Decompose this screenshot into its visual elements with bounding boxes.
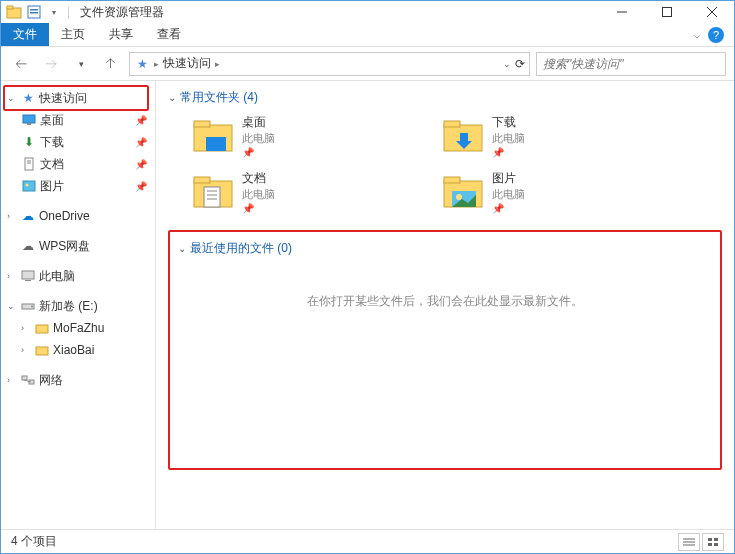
svg-point-19	[31, 306, 33, 308]
folder-name: 桌面	[242, 114, 275, 131]
sidebar-downloads[interactable]: ⬇ 下载 📌	[1, 131, 155, 153]
sidebar-network[interactable]: › 网络	[1, 369, 155, 391]
item-count: 4 个项目	[11, 533, 57, 550]
sidebar-item-label: 图片	[40, 178, 64, 195]
expand-icon[interactable]: ›	[7, 375, 17, 385]
close-button[interactable]	[689, 1, 734, 23]
folder-desktop[interactable]: 桌面 此电脑 📌	[192, 114, 402, 158]
folder-app-icon	[5, 3, 23, 21]
recent-files-header[interactable]: ⌄ 最近使用的文件 (0)	[178, 240, 712, 257]
search-input[interactable]	[543, 57, 719, 71]
tab-view[interactable]: 查看	[145, 23, 193, 46]
desktop-folder-icon	[192, 115, 234, 157]
sidebar-folder-mofazhu[interactable]: › MoFaZhu	[1, 317, 155, 339]
collapse-icon[interactable]: ⌄	[7, 301, 17, 311]
addressbar[interactable]: ★ ▸ 快速访问 ▸ ⌄ ⟳	[129, 52, 530, 76]
sidebar-folder-xiaobai[interactable]: › XiaoBai	[1, 339, 155, 361]
address-dropdown-icon[interactable]: ⌄	[503, 59, 511, 69]
collapse-icon[interactable]: ⌄	[7, 93, 17, 103]
chevron-right-icon[interactable]: ▸	[154, 59, 159, 69]
recent-empty-message: 在你打开某些文件后，我们会在此处显示最新文件。	[178, 293, 712, 310]
tab-home[interactable]: 主页	[49, 23, 97, 46]
svg-rect-9	[23, 115, 35, 123]
desktop-icon	[21, 112, 37, 128]
pc-icon	[20, 268, 36, 284]
search-box[interactable]	[536, 52, 726, 76]
forward-button[interactable]: 🡢	[39, 52, 63, 76]
svg-rect-26	[194, 121, 210, 127]
svg-rect-31	[194, 177, 210, 183]
folder-location: 此电脑	[242, 131, 275, 146]
sidebar-documents[interactable]: 文档 📌	[1, 153, 155, 175]
folder-icon	[34, 342, 50, 358]
sidebar-item-label: 快速访问	[39, 90, 87, 107]
chevron-right-icon[interactable]: ▸	[215, 59, 220, 69]
sidebar: ⌄ ★ 快速访问 桌面 📌 ⬇ 下载 📌 文档 📌 图片 📌 › ☁	[1, 81, 156, 529]
icons-view-button[interactable]	[702, 533, 724, 551]
sidebar-desktop[interactable]: 桌面 📌	[1, 109, 155, 131]
download-icon: ⬇	[21, 134, 37, 150]
star-icon: ★	[20, 90, 36, 106]
maximize-button[interactable]	[644, 1, 689, 23]
svg-rect-1	[7, 6, 13, 9]
file-tab[interactable]: 文件	[1, 23, 49, 46]
tab-share[interactable]: 共享	[97, 23, 145, 46]
refresh-icon[interactable]: ⟳	[515, 57, 525, 71]
folder-name: 文档	[242, 170, 275, 187]
pin-icon: 📌	[135, 115, 147, 126]
up-button[interactable]: 🡡	[99, 52, 123, 76]
help-icon[interactable]: ?	[708, 27, 724, 43]
sidebar-item-label: 文档	[40, 156, 64, 173]
sidebar-item-label: 下载	[40, 134, 64, 151]
chevron-down-icon: ⌄	[178, 243, 186, 254]
star-icon: ★	[134, 56, 150, 72]
document-icon	[21, 156, 37, 172]
sidebar-drive[interactable]: ⌄ 新加卷 (E:)	[1, 295, 155, 317]
svg-point-15	[26, 184, 29, 187]
details-view-button[interactable]	[678, 533, 700, 551]
folder-documents[interactable]: 文档 此电脑 📌	[192, 170, 402, 214]
folder-pictures[interactable]: 图片 此电脑 📌	[442, 170, 652, 214]
network-icon	[20, 372, 36, 388]
svg-rect-29	[444, 121, 460, 127]
frequent-folders-header[interactable]: ⌄ 常用文件夹 (4)	[168, 89, 722, 106]
sidebar-pictures[interactable]: 图片 📌	[1, 175, 155, 197]
sidebar-quick-access[interactable]: ⌄ ★ 快速访问	[1, 87, 155, 109]
svg-rect-4	[30, 12, 38, 14]
expand-icon[interactable]: ›	[21, 345, 31, 355]
folder-downloads[interactable]: 下载 此电脑 📌	[442, 114, 652, 158]
ribbon-expand-icon[interactable]: ⌵	[694, 29, 700, 40]
quick-access-toolbar-icon[interactable]	[25, 3, 43, 21]
sidebar-onedrive[interactable]: › ☁ OneDrive	[1, 205, 155, 227]
svg-rect-10	[27, 123, 31, 125]
folder-location: 此电脑	[492, 187, 525, 202]
recent-locations-button[interactable]: ▾	[69, 52, 93, 76]
window-title: 文件资源管理器	[80, 4, 164, 21]
pictures-folder-icon	[442, 171, 484, 213]
section-title: 最近使用的文件 (0)	[190, 240, 292, 257]
downloads-folder-icon	[442, 115, 484, 157]
titlebar: ▾ | 文件资源管理器	[1, 1, 734, 23]
sidebar-thispc[interactable]: › 此电脑	[1, 265, 155, 287]
pin-icon: 📌	[242, 147, 275, 158]
back-button[interactable]: 🡠	[9, 52, 33, 76]
svg-rect-11	[25, 158, 33, 170]
svg-rect-21	[36, 347, 48, 355]
content-pane: ⌄ 常用文件夹 (4) 桌面 此电脑 📌 下载 此电脑	[156, 81, 734, 529]
svg-rect-22	[22, 376, 27, 380]
svg-rect-32	[204, 187, 220, 207]
svg-rect-27	[206, 137, 226, 151]
qat-dropdown-icon[interactable]: ▾	[45, 3, 63, 21]
expand-icon[interactable]: ›	[7, 271, 17, 281]
svg-point-39	[456, 194, 462, 200]
sidebar-item-label: 此电脑	[39, 268, 75, 285]
minimize-button[interactable]	[599, 1, 644, 23]
breadcrumb-root[interactable]: 快速访问	[163, 55, 211, 72]
pin-icon: 📌	[135, 137, 147, 148]
sidebar-item-label: OneDrive	[39, 209, 90, 223]
sidebar-wps[interactable]: ☁ WPS网盘	[1, 235, 155, 257]
expand-icon[interactable]: ›	[7, 211, 17, 221]
picture-icon	[21, 178, 37, 194]
expand-icon[interactable]: ›	[21, 323, 31, 333]
statusbar: 4 个项目	[1, 529, 734, 553]
